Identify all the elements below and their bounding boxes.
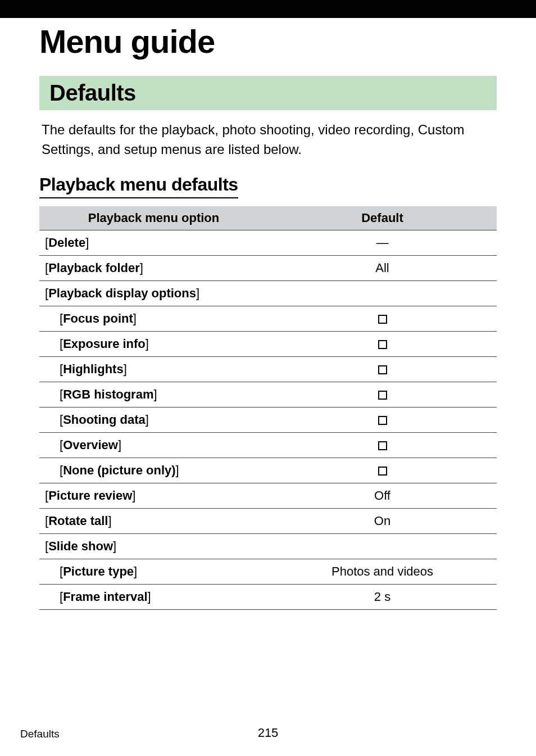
table-row: [Shooting data] — [39, 407, 497, 432]
option-overview: [Overview] — [39, 432, 268, 458]
subsection-title: Playback menu defaults — [39, 174, 238, 198]
default-overview — [268, 432, 497, 458]
checkbox-icon — [378, 416, 387, 425]
option-slide-show: [Slide show] — [39, 533, 497, 559]
chapter-title: Menu guide — [39, 22, 497, 60]
table-row: [RGB histogram] — [39, 382, 497, 407]
table-row: [None (picture only)] — [39, 458, 497, 483]
option-highlights: [Highlights] — [39, 356, 268, 382]
default-frame-interval: 2 s — [268, 584, 497, 609]
default-shooting-data — [268, 407, 497, 432]
table-row-group: [Playback display options] — [39, 280, 497, 306]
option-shooting-data: [Shooting data] — [39, 407, 268, 432]
table-row: [Rotate tall] On — [39, 508, 497, 533]
option-playback-folder: [Playback folder] — [39, 255, 268, 280]
option-picture-review: [Picture review] — [39, 483, 268, 508]
option-rgb-histogram: [RGB histogram] — [39, 382, 268, 407]
intro-text: The defaults for the playback, photo sho… — [39, 120, 497, 160]
footer-section-label: Defaults — [20, 728, 60, 740]
default-picture-type: Photos and videos — [268, 559, 497, 584]
checkbox-icon — [378, 315, 387, 324]
option-frame-interval: [Frame interval] — [39, 584, 268, 609]
table-row: [Playback folder] All — [39, 255, 497, 280]
option-delete: [Delete] — [39, 230, 268, 255]
option-exposure-info: [Exposure info] — [39, 331, 268, 356]
page-content: Menu guide Defaults The defaults for the… — [0, 22, 536, 610]
table-row-group: [Slide show] — [39, 533, 497, 559]
table-row: [Focus point] — [39, 306, 497, 331]
table-row: [Frame interval] 2 s — [39, 584, 497, 609]
table-row: [Delete] — — [39, 230, 497, 255]
option-playback-display-options: [Playback display options] — [39, 280, 497, 306]
chapter-bar — [0, 0, 536, 18]
table-header-row: Playback menu option Default — [39, 206, 497, 230]
option-picture-type: [Picture type] — [39, 559, 268, 584]
default-exposure-info — [268, 331, 497, 356]
default-rgb-histogram — [268, 382, 497, 407]
table-row: [Highlights] — [39, 356, 497, 382]
default-focus-point — [268, 306, 497, 331]
option-focus-point: [Focus point] — [39, 306, 268, 331]
default-playback-folder: All — [268, 255, 497, 280]
default-picture-review: Off — [268, 483, 497, 508]
checkbox-icon — [378, 441, 387, 450]
option-rotate-tall: [Rotate tall] — [39, 508, 268, 533]
section-header: Defaults — [39, 76, 497, 110]
page-number: 215 — [258, 726, 279, 740]
option-none-picture-only: [None (picture only)] — [39, 458, 268, 483]
checkbox-icon — [378, 340, 387, 349]
default-delete: — — [268, 230, 497, 255]
default-rotate-tall: On — [268, 508, 497, 533]
table-row: [Picture review] Off — [39, 483, 497, 508]
table-row: [Picture type] Photos and videos — [39, 559, 497, 584]
default-highlights — [268, 356, 497, 382]
defaults-table: Playback menu option Default [Delete] — … — [39, 206, 497, 610]
checkbox-icon — [378, 391, 387, 400]
table-row: [Overview] — [39, 432, 497, 458]
header-option: Playback menu option — [39, 206, 268, 230]
checkbox-icon — [378, 467, 387, 476]
default-none-picture-only — [268, 458, 497, 483]
checkbox-icon — [378, 365, 387, 374]
page-footer: Defaults 215 — [0, 728, 536, 740]
header-default: Default — [268, 206, 497, 230]
table-row: [Exposure info] — [39, 331, 497, 356]
